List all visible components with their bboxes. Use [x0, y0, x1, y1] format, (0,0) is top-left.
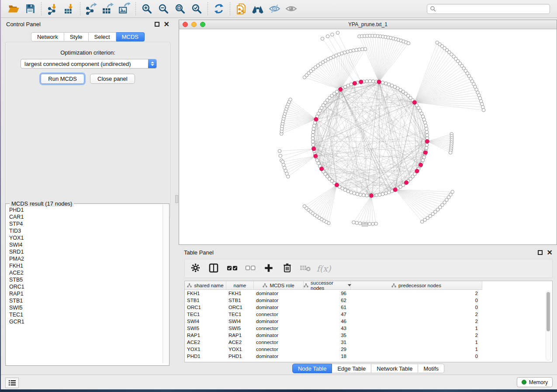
- column-label: successor nodes: [311, 281, 344, 291]
- table-row[interactable]: SWI4SWI4dominator462: [185, 318, 552, 325]
- export-image-button[interactable]: [116, 2, 133, 16]
- delete-column-button[interactable]: [281, 262, 293, 275]
- column-header-shared-name[interactable]: shared name: [185, 281, 226, 290]
- list-icon: [8, 380, 16, 386]
- table-float-window-icon[interactable]: [538, 250, 543, 255]
- tab-network-table[interactable]: Network Table: [371, 364, 418, 373]
- column-header-MCDS-role[interactable]: MCDS role: [254, 281, 304, 290]
- network-search-box[interactable]: [427, 4, 550, 14]
- mcds-result-item[interactable]: ORC1: [6, 283, 163, 290]
- mcds-result-item[interactable]: FKH1: [6, 262, 163, 269]
- table-type-tabs: Node TableEdge TableNetwork TableMotifs: [179, 364, 557, 373]
- network-from-selection-button[interactable]: [233, 2, 249, 16]
- table-scrollbar[interactable]: [546, 291, 551, 361]
- search-input[interactable]: [436, 6, 547, 12]
- network-window-titlebar[interactable]: YPA_prune.txt_1: [179, 20, 557, 29]
- search-network-button[interactable]: [249, 2, 266, 16]
- import-table-button[interactable]: [61, 2, 77, 16]
- mcds-result-item[interactable]: STB1: [6, 297, 163, 304]
- zoom-in-button[interactable]: [138, 2, 155, 16]
- zoom-fit-icon: [174, 3, 186, 15]
- close-panel-icon[interactable]: ✕: [164, 22, 170, 27]
- tab-mcds[interactable]: MCDS: [116, 32, 145, 41]
- open-file-button[interactable]: [5, 2, 22, 16]
- tab-network[interactable]: Network: [31, 32, 64, 41]
- save-session-button[interactable]: [22, 2, 38, 16]
- add-column-button[interactable]: [263, 262, 275, 275]
- export-table-button[interactable]: [100, 2, 116, 16]
- mcds-result-item[interactable]: STB5: [6, 276, 163, 283]
- import-table-icon: [63, 3, 75, 15]
- import-network-button[interactable]: [44, 2, 61, 16]
- mcds-result-item[interactable]: SRD1: [6, 248, 163, 255]
- hide-selected-button[interactable]: [266, 2, 283, 16]
- table-row[interactable]: YOX1YOX1connector291: [185, 346, 552, 353]
- mcds-result-item[interactable]: SWI4: [6, 241, 163, 248]
- column-label: name: [234, 283, 246, 288]
- splitter-grip[interactable]: [175, 195, 178, 203]
- criterion-dropdown[interactable]: largest connected component (undirected): [21, 59, 157, 69]
- mcds-result-item[interactable]: ACE2: [6, 269, 163, 276]
- run-mcds-button[interactable]: Run MCDS: [41, 74, 84, 84]
- zoom-selected-button[interactable]: [188, 2, 205, 16]
- tab-edge-table[interactable]: Edge Table: [332, 364, 371, 373]
- float-window-icon[interactable]: [155, 22, 159, 27]
- table-row[interactable]: SWI5SWI5connector431: [185, 325, 552, 332]
- node-table[interactable]: shared namenameMCDS rolesuccessor nodesp…: [184, 281, 553, 362]
- tab-motifs[interactable]: Motifs: [418, 364, 444, 373]
- table-row[interactable]: PHD1PHD1dominator180: [185, 353, 552, 360]
- settings-button[interactable]: [189, 262, 201, 275]
- horizontal-splitter-grip[interactable]: [362, 223, 368, 227]
- mcds-result-item[interactable]: PMA2: [6, 255, 163, 262]
- tab-node-table[interactable]: Node Table: [292, 364, 332, 373]
- zoom-fit-button[interactable]: [172, 2, 188, 16]
- function-builder-button: f(x): [318, 262, 330, 275]
- mcds-result-item[interactable]: GCR1: [6, 318, 163, 325]
- network-canvas[interactable]: [179, 29, 557, 244]
- table-row[interactable]: FKH1FKH1dominator962: [185, 290, 552, 297]
- zoom-out-button[interactable]: [155, 2, 172, 16]
- cell-predecessor-nodes: 2: [351, 332, 482, 339]
- table-panel-header: Table Panel ✕: [179, 247, 557, 258]
- mcds-result-item[interactable]: CAR1: [6, 213, 163, 220]
- control-panel-header: Control Panel ✕: [1, 18, 175, 30]
- column-header-predecessor-nodes[interactable]: predecessor nodes: [351, 281, 482, 290]
- mcds-result-title: MCDS result (17 nodes): [10, 200, 74, 207]
- mcds-result-item[interactable]: TEC1: [6, 311, 163, 318]
- mcds-result-list[interactable]: PHD1CAR1STP4TID3YOX1SWI4SRD1PMA2FKH1ACE2…: [6, 206, 163, 363]
- memory-button[interactable]: Memory: [517, 377, 553, 387]
- mcds-result-item[interactable]: SWI5: [6, 304, 163, 311]
- task-history-button[interactable]: [5, 378, 19, 388]
- export-image-icon: [118, 3, 131, 15]
- select-all-checks-button[interactable]: [226, 262, 238, 275]
- show-hidden-button[interactable]: [283, 2, 299, 16]
- export-table-icon: [102, 3, 114, 15]
- vertical-splitter[interactable]: [175, 18, 179, 375]
- table-scrollbar-thumb[interactable]: [547, 292, 550, 331]
- tab-style[interactable]: Style: [64, 32, 89, 41]
- cell-name: SWI4: [226, 318, 254, 325]
- table-row[interactable]: ORC1ORC1dominator610: [185, 304, 552, 311]
- tab-select[interactable]: Select: [89, 32, 116, 41]
- mcds-result-item[interactable]: STP4: [6, 220, 163, 227]
- table-row[interactable]: RAP1RAP1dominator352: [185, 332, 552, 339]
- table-row[interactable]: STB1STB1dominator620: [185, 297, 552, 304]
- mcds-list-scrollbar[interactable]: [163, 204, 169, 363]
- column-header-name[interactable]: name: [226, 281, 254, 290]
- mcds-result-item[interactable]: YOX1: [6, 234, 163, 241]
- mcds-result-groupbox: MCDS result (17 nodes) PHD1CAR1STP4TID3Y…: [5, 203, 170, 366]
- mcds-result-item[interactable]: TID3: [6, 227, 163, 234]
- mcds-result-item[interactable]: RAP1: [6, 290, 163, 297]
- mcds-result-item[interactable]: PHD1: [6, 206, 163, 213]
- clear-checks-button[interactable]: [244, 262, 256, 275]
- columns-button[interactable]: [208, 262, 220, 275]
- close-panel-button[interactable]: Close panel: [90, 74, 135, 84]
- table-panel: Table Panel ✕ f(x) shared namenameMCDS r…: [179, 247, 557, 375]
- export-network-button[interactable]: [83, 2, 100, 16]
- table-close-panel-icon[interactable]: ✕: [547, 250, 553, 255]
- refresh-button[interactable]: [211, 2, 227, 16]
- network-graph: [179, 29, 557, 244]
- table-row[interactable]: TEC1TEC1connector472: [185, 311, 552, 318]
- table-row[interactable]: ACE2ACE2connector311: [185, 339, 552, 346]
- column-header-successor-nodes[interactable]: successor nodes: [304, 281, 351, 290]
